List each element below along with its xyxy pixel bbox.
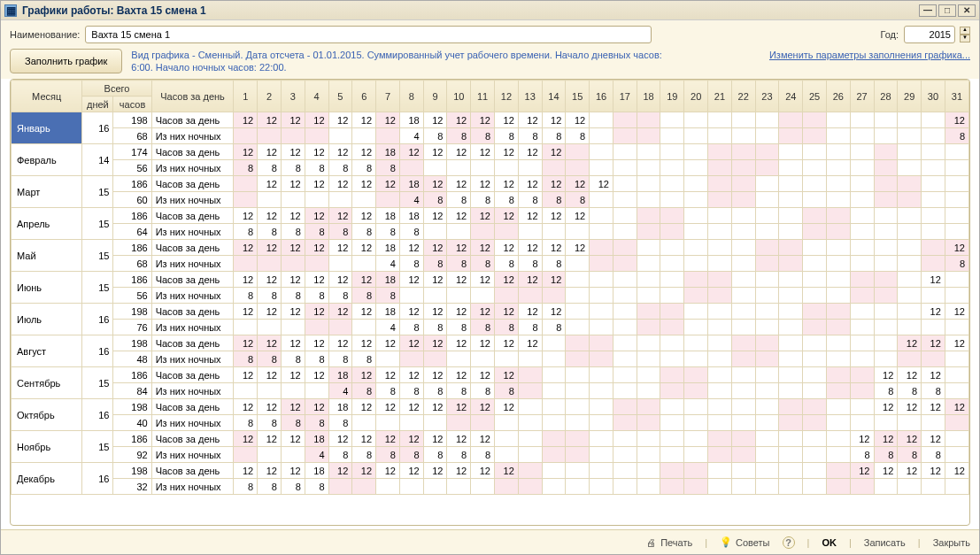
cell-night[interactable]	[731, 320, 755, 335]
cell-night[interactable]: 8	[352, 288, 376, 304]
cell-hours[interactable]	[542, 463, 566, 479]
month-cell[interactable]: Октябрь	[12, 399, 82, 431]
cell-hours[interactable]	[684, 431, 708, 447]
cell-night[interactable]	[898, 256, 922, 272]
cell-night[interactable]	[423, 224, 447, 240]
cell-night[interactable]	[826, 160, 850, 176]
cell-night[interactable]: 8	[874, 447, 898, 463]
cell-night[interactable]: 4	[328, 383, 352, 399]
cell-hours[interactable]	[755, 176, 779, 192]
cell-night[interactable]: 8	[471, 192, 495, 208]
cell-hours[interactable]	[755, 463, 779, 479]
cell-night[interactable]: 8	[258, 224, 282, 240]
cell-hours[interactable]: 12	[922, 335, 945, 351]
cell-hours[interactable]: 12	[258, 240, 282, 256]
cell-hours[interactable]	[779, 463, 803, 479]
cell-night[interactable]	[850, 224, 874, 240]
cell-hours[interactable]	[803, 399, 827, 415]
cell-hours[interactable]	[826, 176, 850, 192]
cell-night[interactable]: 8	[423, 192, 447, 208]
cell-hours[interactable]	[755, 272, 779, 288]
cell-night[interactable]	[755, 224, 779, 240]
cell-hours[interactable]	[731, 176, 755, 192]
cell-hours[interactable]	[850, 144, 874, 160]
cell-night[interactable]: 8	[399, 320, 423, 335]
cell-night[interactable]	[613, 256, 637, 272]
cell-hours[interactable]: 12	[423, 431, 447, 447]
cell-hours[interactable]	[945, 272, 968, 288]
cell-night[interactable]	[684, 160, 708, 176]
cell-night[interactable]: 8	[495, 383, 519, 399]
cell-night[interactable]: 8	[495, 256, 519, 272]
cell-hours[interactable]	[590, 144, 613, 160]
cell-hours[interactable]: 18	[376, 240, 400, 256]
cell-night[interactable]	[803, 383, 827, 399]
cell-hours[interactable]	[850, 112, 874, 128]
cell-hours[interactable]	[850, 208, 874, 224]
cell-hours[interactable]	[566, 144, 590, 160]
cell-night[interactable]	[399, 160, 423, 176]
cell-night[interactable]	[399, 415, 423, 431]
cell-hours[interactable]	[637, 144, 660, 160]
cell-hours[interactable]: 18	[376, 272, 400, 288]
cell-hours[interactable]: 12	[447, 240, 471, 256]
cell-night[interactable]	[684, 128, 708, 144]
month-cell[interactable]: Июль	[12, 304, 82, 335]
cell-hours[interactable]: 12	[898, 367, 922, 383]
cell-hours[interactable]: 12	[945, 240, 968, 256]
cell-hours[interactable]	[684, 144, 708, 160]
cell-hours[interactable]: 12	[471, 335, 495, 351]
cell-hours[interactable]: 18	[376, 304, 400, 320]
cell-hours[interactable]: 12	[945, 304, 968, 320]
cell-night[interactable]	[874, 224, 898, 240]
cell-night[interactable]	[590, 351, 613, 367]
cell-night[interactable]	[637, 224, 660, 240]
cell-night[interactable]	[874, 128, 898, 144]
help-button[interactable]: ?	[783, 536, 795, 549]
cell-hours[interactable]: 12	[945, 463, 968, 479]
cell-night[interactable]	[281, 383, 305, 399]
cell-hours[interactable]	[779, 272, 803, 288]
cell-hours[interactable]	[803, 367, 827, 383]
cell-night[interactable]	[945, 160, 968, 176]
cell-night[interactable]	[874, 415, 898, 431]
cell-hours[interactable]	[637, 431, 660, 447]
cell-night[interactable]	[542, 160, 566, 176]
cell-night[interactable]	[518, 224, 542, 240]
cell-night[interactable]: 8	[447, 447, 471, 463]
cell-night[interactable]	[850, 256, 874, 272]
cell-hours[interactable]: 18	[305, 431, 328, 447]
cell-night[interactable]	[803, 288, 827, 304]
cell-hours[interactable]	[779, 240, 803, 256]
cell-hours[interactable]	[755, 240, 779, 256]
cell-hours[interactable]	[613, 144, 637, 160]
cell-hours[interactable]: 12	[922, 367, 945, 383]
cell-night[interactable]: 8	[234, 288, 258, 304]
cell-night[interactable]	[258, 447, 282, 463]
cell-hours[interactable]	[590, 463, 613, 479]
cell-hours[interactable]	[637, 240, 660, 256]
cell-hours[interactable]: 12	[258, 272, 282, 288]
cell-hours[interactable]: 12	[234, 399, 258, 415]
cell-night[interactable]	[945, 351, 968, 367]
cell-night[interactable]	[850, 479, 874, 495]
cell-night[interactable]	[566, 288, 590, 304]
cell-night[interactable]: 8	[305, 160, 328, 176]
cell-hours[interactable]: 12	[423, 176, 447, 192]
cell-night[interactable]: 8	[495, 128, 519, 144]
cell-night[interactable]	[708, 192, 732, 208]
cell-night[interactable]	[945, 447, 968, 463]
edit-params-link[interactable]: Изменить параметры заполнения графика...	[769, 49, 970, 61]
cell-night[interactable]	[542, 288, 566, 304]
fill-schedule-button[interactable]: Заполнить график	[10, 49, 122, 73]
cell-night[interactable]	[826, 192, 850, 208]
cell-night[interactable]	[731, 256, 755, 272]
cell-hours[interactable]: 12	[874, 367, 898, 383]
cell-hours[interactable]	[803, 144, 827, 160]
cell-hours[interactable]	[613, 463, 637, 479]
cell-hours[interactable]: 12	[399, 240, 423, 256]
cell-night[interactable]	[826, 415, 850, 431]
cell-night[interactable]	[708, 383, 732, 399]
cell-hours[interactable]	[590, 304, 613, 320]
cell-hours[interactable]: 12	[281, 367, 305, 383]
